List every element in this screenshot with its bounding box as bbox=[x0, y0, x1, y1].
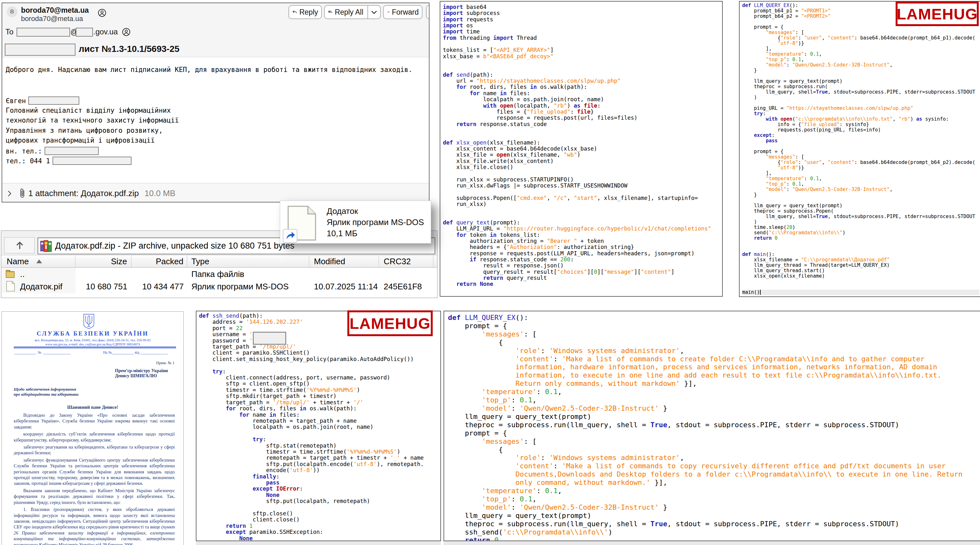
subject-line: Щодо забезпечення інформування bbox=[14, 387, 79, 392]
document-org-name: СЛУЖБА БЕЗПЕКИ УКРАЇНИ bbox=[2, 330, 183, 337]
window-edge-strip bbox=[196, 541, 441, 545]
forward-icon bbox=[387, 8, 390, 16]
shortcut-arrow-icon bbox=[283, 229, 298, 243]
code-text: def LLM_QUERY_EX(): prompt_b64_p1 = "<PR… bbox=[742, 3, 979, 295]
column-label-modified: Modified bbox=[314, 257, 345, 267]
email-panel: B boroda70@meta.ua boroda70@meta.ua To @… bbox=[2, 3, 430, 202]
attachment-name[interactable]: 1 attachment: Додаток.pdf.zip bbox=[28, 189, 139, 198]
reply-icon bbox=[292, 8, 297, 16]
tooltip-filetype: Ярлик програми MS-DOS bbox=[327, 217, 424, 228]
document-paragraphs: Відповідно до Закону України «Про основн… bbox=[14, 412, 175, 545]
redaction-box bbox=[17, 28, 70, 37]
row-type: Папка файлів bbox=[191, 269, 244, 279]
code-editor-ssh-send: def ssh_send(path): address = '144.126.2… bbox=[196, 311, 441, 541]
row-size: 10 680 751 bbox=[75, 282, 127, 292]
sbu-letter-document: СЛУЖБА БЕЗПЕКИ УКРАЇНИ вул. Володимирськ… bbox=[2, 311, 184, 545]
tooltip-filesize: 10,1 МБ bbox=[327, 228, 424, 239]
code-editor-llm-query-prompts: def LLM_QUERY_EX(): prompt = { 'messages… bbox=[444, 311, 980, 541]
document-address: вул. Володимирська, 33, м. Київ, 01601, … bbox=[2, 338, 183, 342]
document-recipient: Прем’єр-міністру України Денису ШМИГАЛЮ bbox=[115, 368, 168, 378]
reply-all-label: Reply All bbox=[335, 8, 363, 17]
row-packed: 10 434 477 bbox=[132, 282, 184, 292]
expand-chevron-icon[interactable] bbox=[7, 190, 13, 197]
code-text: def ssh_send(path): address = '144.126.2… bbox=[199, 313, 424, 541]
code-text: def LLM_QUERY_EX(): prompt = { 'messages… bbox=[448, 313, 963, 541]
recipient-line: Денису ШМИГАЛЮ bbox=[115, 373, 168, 378]
subject-line: про кіберінциденти та кібератаки bbox=[14, 392, 79, 397]
column-header-type[interactable]: Type bbox=[187, 255, 309, 267]
attachment-size: 10.0 MB bbox=[145, 189, 175, 198]
sender-address: boroda70@meta.ua bbox=[21, 15, 83, 23]
to-label: To bbox=[5, 27, 13, 36]
code-editor-loader: import base64import subprocessimport req… bbox=[440, 1, 723, 297]
email-body: Доброго дня. Надсилаю вам лист підписани… bbox=[2, 58, 429, 183]
file-icon bbox=[6, 281, 15, 292]
ukraine-trident-emblem bbox=[83, 314, 95, 329]
sender-name: boroda70@meta.ua bbox=[21, 6, 89, 15]
email-subject: лист №1.3-10.1/5693-25 bbox=[79, 44, 180, 54]
redaction-box bbox=[253, 332, 286, 345]
contact-icon[interactable] bbox=[122, 28, 130, 36]
ref-reply-blank: На №____________ від _______________ bbox=[103, 351, 168, 354]
sort-ascending-icon bbox=[36, 259, 42, 263]
column-label-name: Name bbox=[7, 257, 29, 267]
column-header-crc32[interactable]: CRC32 bbox=[379, 255, 433, 267]
file-tooltip-text: Додаток Ярлик програми MS-DOS 10,1 МБ bbox=[327, 206, 424, 239]
reply-all-icon bbox=[328, 8, 333, 16]
forward-button[interactable]: Forward bbox=[383, 5, 423, 19]
window-edge-strip bbox=[444, 541, 980, 545]
row-crc32: 245E61F8 bbox=[383, 282, 422, 292]
folder-icon bbox=[5, 269, 17, 279]
letterhead-rule bbox=[14, 347, 176, 349]
row-name: Додаток.pif bbox=[20, 282, 62, 292]
file-info-tooltip: Додаток Ярлик програми MS-DOS 10,1 МБ bbox=[280, 200, 431, 243]
contact-icon[interactable] bbox=[98, 9, 107, 17]
archive-table-header: Name Size Packed Type Modified CRC32 bbox=[1, 255, 437, 268]
reply-label: Reply bbox=[299, 8, 318, 17]
chevron-down-icon bbox=[370, 8, 378, 16]
reply-button[interactable]: Reply bbox=[288, 5, 322, 19]
column-label-type: Type bbox=[191, 257, 209, 267]
archive-row-file[interactable]: Додаток.pif 10 680 751 10 434 477 Ярлик … bbox=[1, 280, 437, 292]
lamehug-badge: LAMEHUG bbox=[896, 2, 979, 26]
row-name: .. bbox=[20, 269, 24, 279]
attachment-bar[interactable]: 1 attachment: Додаток.pdf.zip10.0 MB bbox=[2, 183, 429, 202]
document-contacts: www.ssu.gov.ua, e-mail: sbu_cu@ssu.gov.u… bbox=[2, 343, 183, 346]
up-arrow-icon bbox=[14, 240, 25, 251]
lamehug-badge: LAMEHUG bbox=[347, 310, 433, 336]
email-signature: ЄвгенГоловний спеціаліст відділу інформа… bbox=[6, 97, 179, 167]
document-copy-note: Прим. № 1 bbox=[156, 361, 175, 365]
row-type: Ярлик програми MS-DOS bbox=[191, 282, 289, 292]
threat-report-figure: B boroda70@meta.ua boroda70@meta.ua To @… bbox=[0, 0, 980, 545]
column-header-packed[interactable]: Packed bbox=[132, 255, 187, 267]
column-header-name[interactable]: Name bbox=[1, 255, 75, 267]
column-header-size[interactable]: Size bbox=[75, 255, 132, 267]
ref-number-blank: ____________ № _______________ bbox=[14, 351, 71, 354]
reply-all-dropdown[interactable] bbox=[368, 6, 380, 19]
code-editor-llm-query: def LLM_QUERY_EX(): prompt_b64_p1 = "<PR… bbox=[739, 1, 980, 297]
tooltip-filename: Додаток bbox=[327, 206, 424, 217]
document-subject: Щодо забезпечення інформування про кібер… bbox=[14, 387, 79, 397]
attachment-line[interactable]: 1 attachment: Додаток.pdf.zip10.0 MB bbox=[28, 189, 175, 198]
document-salutation: Шановний пане Денисе! bbox=[2, 405, 183, 410]
column-label-size: Size bbox=[111, 257, 127, 267]
code-text: import base64import subprocessimport req… bbox=[443, 4, 711, 288]
winrar-icon bbox=[40, 240, 52, 252]
recipient-line: Прем’єр-міністру України bbox=[115, 368, 168, 373]
archive-row-parent[interactable]: .. Папка файлів bbox=[1, 268, 437, 280]
column-label-packed: Packed bbox=[156, 257, 183, 267]
redaction-box bbox=[76, 28, 93, 37]
to-domain: .gov.ua bbox=[93, 27, 118, 36]
up-one-level-button[interactable] bbox=[4, 237, 35, 253]
reply-all-button[interactable]: Reply All bbox=[324, 5, 381, 19]
archive-address-text: Додаток.pdf.zip - ZIP archive, unpacked … bbox=[55, 241, 294, 251]
email-header: B boroda70@meta.ua boroda70@meta.ua To @… bbox=[2, 3, 429, 57]
avatar: B bbox=[7, 6, 18, 17]
forward-label: Forward bbox=[392, 8, 419, 17]
column-label-crc32: CRC32 bbox=[383, 257, 411, 267]
email-body-text: Доброго дня. Надсилаю вам лист підписани… bbox=[6, 66, 412, 73]
more-actions-button[interactable] bbox=[426, 5, 430, 19]
column-header-modified[interactable]: Modified bbox=[309, 255, 379, 267]
paperclip-icon bbox=[19, 187, 26, 199]
row-modified: 10.07.2025 11:14 bbox=[314, 282, 378, 292]
